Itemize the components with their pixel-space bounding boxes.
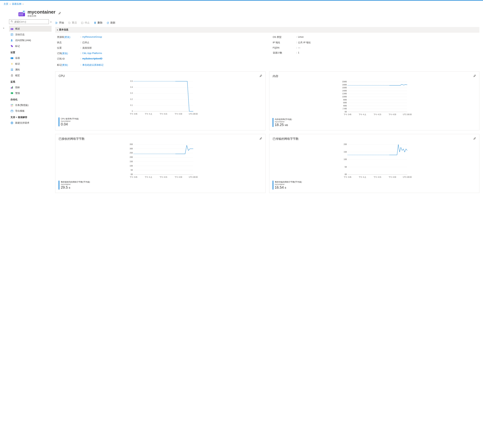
- chart-title: 已传输的网络字节数: [273, 137, 476, 141]
- chart-metric-name: 每秒接收到的网络字节数(平均值): [61, 181, 90, 183]
- delete-button[interactable]: 删除: [94, 21, 102, 24]
- pin-icon[interactable]: [473, 74, 476, 78]
- svg-text:20MB: 20MB: [342, 81, 347, 83]
- chart-title: 内存: [273, 74, 476, 78]
- svg-text:5B: 5B: [345, 166, 347, 168]
- svg-text:35B: 35B: [130, 143, 133, 145]
- svg-text:下午 4 点: 下午 4 点: [359, 176, 366, 178]
- pin-icon[interactable]: [259, 137, 262, 140]
- pin-icon[interactable]: [58, 12, 61, 15]
- property-row: 容器计数:1: [273, 50, 478, 56]
- sidebar-item-label: 概述: [15, 27, 20, 30]
- sidebar-item-metrics[interactable]: 指标: [9, 85, 52, 90]
- svg-text:12MB: 12MB: [342, 93, 347, 95]
- pin-icon[interactable]: [259, 74, 262, 78]
- chart-plot[interactable]: 0B5B10B15B20B下午 3:45下午 4 点下午 4:15下午 4:30…: [273, 143, 476, 179]
- sidebar-item-iam[interactable]: 访问控制 (IAM): [9, 38, 52, 43]
- svg-rect-8: [11, 29, 11, 30]
- overview-icon: [10, 27, 13, 30]
- search-input-wrapper[interactable]: [9, 19, 49, 24]
- svg-text:UTC-08:00: UTC-08:00: [403, 176, 412, 178]
- svg-rect-19: [11, 58, 11, 59]
- identity-icon: [10, 63, 13, 65]
- sidebar-item-alerts[interactable]: 警报: [9, 90, 52, 96]
- property-row: 订阅 ID:mySubscriptionID: [57, 56, 262, 62]
- restart-button: 重启: [68, 21, 77, 24]
- refresh-button[interactable]: 刷新: [107, 21, 115, 24]
- essentials-header[interactable]: 基本信息: [55, 27, 479, 32]
- svg-text:15B: 15B: [130, 160, 133, 163]
- sidebar-item-label: 任务(预览版): [15, 104, 29, 107]
- container-icon: [10, 57, 13, 60]
- sidebar-item-label: 标识: [15, 62, 20, 65]
- svg-text:UTC-08:00: UTC-08:00: [403, 113, 412, 115]
- svg-text:下午 4 点: 下午 4 点: [145, 113, 152, 115]
- property-label: 订阅 ID: [57, 57, 80, 60]
- chevron-right-icon: ›: [10, 2, 10, 5]
- svg-text:下午 4:15: 下午 4:15: [160, 176, 167, 178]
- chart-plot[interactable]: 00.10.20.30.40.5下午 3:45下午 4 点下午 4:15下午 4…: [59, 80, 262, 116]
- breadcrumb-section[interactable]: 容器实例: [12, 2, 21, 5]
- sidebar-section-monitor: 监视: [9, 78, 52, 85]
- tags-change-link[interactable]: (更改): [62, 64, 68, 66]
- chart-plot[interactable]: 0B5B10B15B20B25B30B35B下午 3:45下午 4 点下午 4:…: [59, 143, 262, 179]
- property-row: FQDN:---: [273, 45, 478, 50]
- svg-rect-45: [81, 22, 83, 24]
- tasks-icon: [10, 104, 13, 107]
- property-label: FQDN: [273, 46, 296, 49]
- chart-title: 已接收的网络字节数: [59, 137, 262, 141]
- svg-point-40: [12, 122, 12, 123]
- change-link[interactable]: (更改): [62, 52, 68, 55]
- tag-icon: [10, 45, 13, 48]
- sidebar-item-label: 标记: [15, 45, 20, 48]
- svg-text:0.5: 0.5: [130, 80, 133, 82]
- property-value[interactable]: mySubscriptionID: [82, 57, 102, 60]
- stop-button: 停止: [81, 21, 90, 24]
- start-button[interactable]: 开始: [55, 21, 64, 24]
- sidebar-item-tasks[interactable]: 任务(预览版): [9, 102, 52, 108]
- property-value[interactable]: C&L App Platforms: [82, 52, 102, 55]
- sidebar-item-label: 新建支持请求: [15, 121, 29, 125]
- change-link[interactable]: (更改): [64, 36, 70, 38]
- property-value: 美国东部: [82, 46, 92, 50]
- chart-resource-name: mycontainer: [61, 120, 79, 122]
- svg-text:下午 3:45: 下午 3:45: [344, 176, 351, 178]
- svg-text:0B: 0B: [345, 173, 347, 176]
- chart-metric-name: 每秒传输的网络字节数(平均值): [275, 181, 302, 183]
- sidebar-item-identity[interactable]: 标识: [9, 61, 52, 67]
- property-row: 状态:已停止: [57, 40, 262, 45]
- sidebar-section-settings: 设置: [9, 49, 52, 55]
- add-tags-link[interactable]: 单击此处以添加标记: [82, 63, 103, 67]
- tags-row: 标记(更改) : 单击此处以添加标记: [55, 62, 479, 68]
- breadcrumb-home[interactable]: 主页: [4, 2, 8, 5]
- sidebar-item-container[interactable]: 容器: [9, 55, 52, 61]
- props-icon: [10, 68, 13, 71]
- property-value[interactable]: myResourceGroup: [82, 35, 102, 39]
- svg-text:15B: 15B: [343, 151, 347, 153]
- collapse-menu-icon[interactable]: »: [0, 19, 7, 197]
- sidebar-item-lock[interactable]: 锁定: [9, 72, 52, 78]
- svg-text:16MB: 16MB: [342, 87, 347, 89]
- svg-text:0.2: 0.2: [130, 98, 133, 100]
- search-input[interactable]: [14, 20, 47, 23]
- sidebar-item-support[interactable]: 新建支持请求: [9, 120, 52, 126]
- svg-rect-30: [12, 86, 13, 88]
- sidebar-item-props[interactable]: 属性: [9, 67, 52, 72]
- pin-icon[interactable]: [473, 137, 476, 140]
- svg-rect-20: [12, 58, 12, 59]
- chart-plot[interactable]: 0B2 MB4MB6MB8MB10MB12MB14MB16MB18MB20MB下…: [273, 80, 476, 116]
- sidebar-item-export[interactable]: 导出模板: [9, 108, 52, 114]
- chart-card: 已接收的网络字节数0B5B10B15B20B25B30B35B下午 3:45下午…: [55, 134, 265, 193]
- sidebar-item-tag[interactable]: 标记: [9, 43, 52, 49]
- svg-point-5: [11, 21, 12, 22]
- sidebar-item-log[interactable]: 活动日志: [9, 32, 52, 38]
- svg-rect-2: [21, 13, 22, 16]
- stop-icon: [81, 22, 84, 24]
- property-label: 容器计数: [273, 51, 296, 55]
- search-icon: [11, 20, 13, 23]
- chevron-right-icon: ›: [23, 2, 23, 5]
- svg-point-17: [11, 45, 12, 46]
- collapse-sidebar-icon[interactable]: «: [50, 20, 52, 23]
- sidebar-item-overview[interactable]: 概述: [9, 26, 52, 32]
- chart-card: 内存0B2 MB4MB6MB8MB10MB12MB14MB16MB18MB20M…: [269, 71, 480, 130]
